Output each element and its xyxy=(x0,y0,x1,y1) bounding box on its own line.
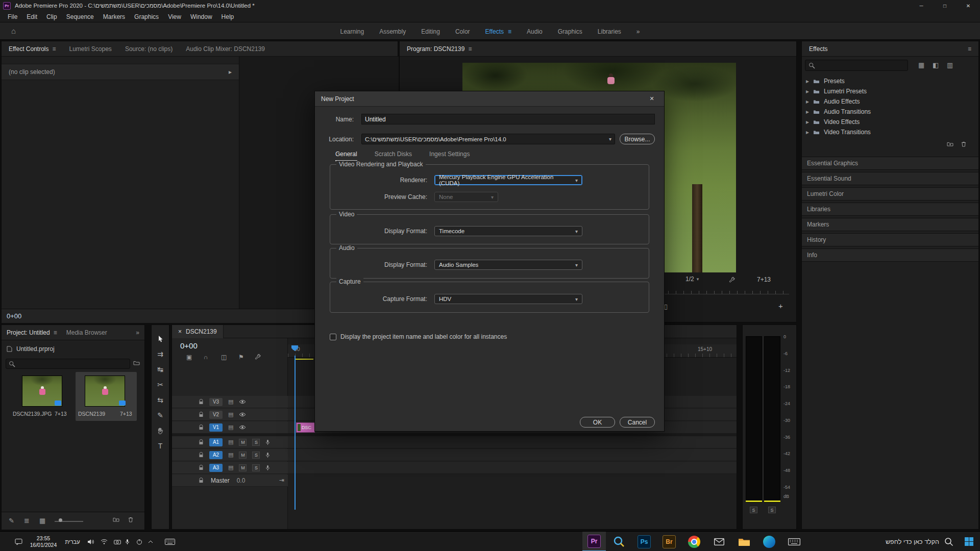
timeline-settings-icon[interactable] xyxy=(255,354,261,360)
delete-icon[interactable] xyxy=(128,517,133,522)
project-search-input[interactable] xyxy=(6,359,130,369)
workspace-tab-effects[interactable]: Effects ≡ xyxy=(485,28,511,35)
solo-button[interactable]: S xyxy=(750,507,757,513)
voiceover-mic-icon[interactable] xyxy=(265,452,270,458)
track-lane-a3[interactable] xyxy=(288,462,737,474)
microphone-tray-icon[interactable] xyxy=(121,532,133,551)
audio-display-format-select[interactable]: Audio Samples ▾ xyxy=(434,260,582,270)
track-lock-icon[interactable] xyxy=(199,439,204,445)
panel-menu-icon[interactable]: ≡ xyxy=(968,45,971,53)
workspace-menu-icon[interactable]: ≡ xyxy=(508,28,511,35)
input-indicator-icon[interactable] xyxy=(162,532,178,551)
track-target-v2[interactable]: V2 xyxy=(209,411,223,419)
panel-menu-icon[interactable]: ≡ xyxy=(54,329,57,336)
insert-as-nest-icon[interactable]: ▣ xyxy=(186,354,192,361)
sync-lock-icon[interactable]: ▤ xyxy=(228,411,233,418)
workspace-tab-learning[interactable]: Learning xyxy=(340,28,364,35)
effects-bin-video-transitions[interactable]: ▸ Video Transitions xyxy=(802,127,979,137)
language-indicator[interactable]: עברית xyxy=(61,532,84,551)
volume-icon[interactable] xyxy=(85,532,97,551)
effects-bin-presets[interactable]: ▸ Presets xyxy=(802,76,979,86)
menu-help[interactable]: Help xyxy=(217,13,239,20)
solo-button[interactable]: S xyxy=(768,507,776,513)
ok-button[interactable]: OK xyxy=(580,417,615,428)
panel-essential-graphics[interactable]: Essential Graphics xyxy=(802,157,978,170)
master-gain-value[interactable]: 0.0 xyxy=(237,477,246,484)
taskbar-search-icon[interactable] xyxy=(942,532,955,551)
icon-view-icon[interactable]: ▦ xyxy=(39,517,45,524)
tab-overflow-icon[interactable]: » xyxy=(136,329,139,336)
tab-scratch-disks[interactable]: Scratch Disks xyxy=(375,151,412,161)
effects-bin-audio-effects[interactable]: ▸ Audio Effects xyxy=(802,96,979,107)
taskbar-app-explorer[interactable] xyxy=(732,532,756,551)
tab-effects[interactable]: Effects xyxy=(809,45,827,53)
name-input[interactable] xyxy=(361,114,655,124)
project-root-item[interactable]: Untitled.prproj xyxy=(7,345,55,353)
type-tool[interactable]: T xyxy=(152,439,169,453)
track-lane-a1[interactable] xyxy=(288,436,737,448)
track-lock-icon[interactable] xyxy=(199,412,204,417)
panel-markers[interactable]: Markers xyxy=(802,218,978,231)
effects-bin-audio-transitions[interactable]: ▸ Audio Transitions xyxy=(802,107,979,117)
hidden-icons-chevron[interactable] xyxy=(145,532,156,551)
mute-button[interactable]: M xyxy=(239,452,247,459)
yuv-effects-badge-icon[interactable]: ▥ xyxy=(947,61,953,69)
taskbar-search-box[interactable]: הקלד כאן כדי לחפש xyxy=(832,532,939,551)
new-bin-icon[interactable] xyxy=(113,517,119,522)
taskbar-app-photoshop[interactable]: Ps xyxy=(632,532,656,551)
menu-markers[interactable]: Markers xyxy=(99,13,130,20)
hand-tool[interactable] xyxy=(152,424,169,437)
list-view-icon[interactable]: ≣ xyxy=(24,517,30,524)
linked-selection-icon[interactable]: ◫ xyxy=(221,354,227,361)
taskbar-app-chrome[interactable] xyxy=(682,532,706,551)
delete-icon[interactable] xyxy=(961,141,966,147)
mute-button[interactable]: M xyxy=(239,439,247,446)
button-editor-icon[interactable]: + xyxy=(778,302,783,310)
menu-edit[interactable]: Edit xyxy=(22,13,42,20)
program-settings-icon[interactable] xyxy=(729,277,735,283)
media-name[interactable]: DSCN2139 xyxy=(78,411,105,417)
edit-pencil-icon[interactable]: ✎ xyxy=(9,517,14,524)
menu-clip[interactable]: Clip xyxy=(42,13,62,20)
taskbar-app-mail[interactable] xyxy=(707,532,731,551)
chevron-right-icon[interactable]: ▸ xyxy=(806,78,809,85)
panel-history[interactable]: History xyxy=(802,233,978,246)
accelerated-effects-badge-icon[interactable]: ▦ xyxy=(918,61,924,69)
effects-bin-lumetri-presets[interactable]: ▸ Lumetri Presets xyxy=(802,86,979,96)
panel-info[interactable]: Info xyxy=(802,248,978,262)
close-tab-icon[interactable]: × xyxy=(178,328,182,335)
track-output-eye-icon[interactable] xyxy=(239,412,246,417)
track-output-eye-icon[interactable] xyxy=(239,399,246,404)
cancel-button[interactable]: Cancel xyxy=(620,417,655,428)
tab-lumetri-scopes[interactable]: Lumetri Scopes xyxy=(69,45,112,53)
renderer-select[interactable]: Mercury Playback Engine GPU Acceleration… xyxy=(434,175,582,185)
solo-button[interactable]: S xyxy=(252,464,260,471)
zoom-slider-knob[interactable] xyxy=(59,518,62,522)
track-lock-icon[interactable] xyxy=(199,465,204,470)
track-lane-a2[interactable] xyxy=(288,449,737,461)
tab-general[interactable]: General xyxy=(335,151,357,161)
mute-button[interactable]: M xyxy=(239,464,247,471)
workspace-tab-editing[interactable]: Editing xyxy=(421,28,440,35)
maximize-button[interactable]: □ xyxy=(933,0,957,11)
panel-menu-icon[interactable]: ≡ xyxy=(52,45,56,53)
track-target-v1[interactable]: V1 xyxy=(209,423,223,432)
tab-ingest-settings[interactable]: Ingest Settings xyxy=(429,151,470,161)
slip-tool[interactable]: ⇆ xyxy=(152,393,169,407)
panel-lumetri-color[interactable]: Lumetri Color xyxy=(802,187,978,201)
panel-menu-icon[interactable]: ≡ xyxy=(468,45,472,53)
sync-lock-icon[interactable]: ▤ xyxy=(228,439,233,445)
pen-tool[interactable]: ✎ xyxy=(152,409,169,422)
power-tray-icon[interactable] xyxy=(133,532,145,551)
dialog-title-bar[interactable]: New Project ✕ xyxy=(315,91,664,107)
track-select-tool[interactable]: ⇉ xyxy=(152,347,169,361)
voiceover-mic-icon[interactable] xyxy=(265,465,270,471)
chevron-right-icon[interactable]: ▸ xyxy=(806,98,809,105)
razor-tool[interactable]: ✂ xyxy=(152,378,169,391)
track-target-v3[interactable]: V3 xyxy=(209,398,223,406)
solo-button[interactable]: S xyxy=(252,439,260,446)
workspace-tab-audio[interactable]: Audio xyxy=(527,28,543,35)
tab-source-monitor[interactable]: Source: (no clips) xyxy=(125,45,173,53)
work-area-bar[interactable] xyxy=(295,359,313,360)
solo-button[interactable]: S xyxy=(252,452,260,459)
